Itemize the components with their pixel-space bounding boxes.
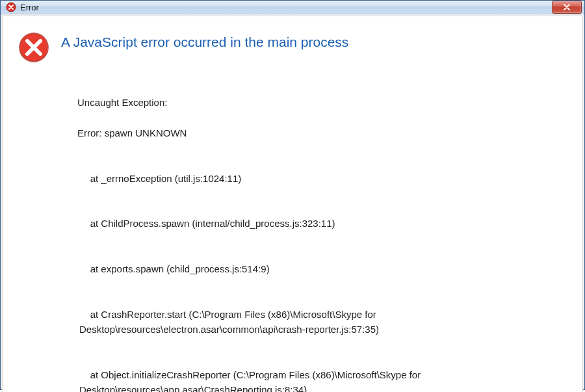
close-icon	[563, 1, 571, 13]
error-line: Uncaught Exception:	[77, 97, 167, 108]
titlebar: Error	[1, 1, 584, 14]
error-title-icon	[6, 2, 16, 12]
error-line: Error: spawn UNKNOWN	[77, 127, 187, 138]
header-row: A JavaScript error occurred in the main …	[18, 28, 567, 63]
error-icon	[18, 32, 49, 63]
error-line: at CrashReporter.start (C:\Program Files…	[61, 307, 567, 337]
error-line: at _errnoException (util.js:1024:11)	[61, 171, 567, 186]
error-line: at Object.initializeCrashReporter (C:\Pr…	[61, 367, 567, 392]
dialog-content: A JavaScript error occurred in the main …	[2, 16, 583, 392]
error-dialog: Error A JavaScript error occurred in the…	[0, 0, 585, 390]
error-line: at ChildProcess.spawn (internal/child_pr…	[61, 216, 567, 231]
error-body: Uncaught Exception: Error: spawn UNKNOWN…	[61, 80, 567, 392]
window-title: Error	[20, 3, 552, 12]
error-line: at exports.spawn (child_process.js:514:9…	[61, 261, 567, 276]
dialog-heading: A JavaScript error occurred in the main …	[61, 28, 348, 51]
close-button[interactable]	[552, 1, 582, 14]
